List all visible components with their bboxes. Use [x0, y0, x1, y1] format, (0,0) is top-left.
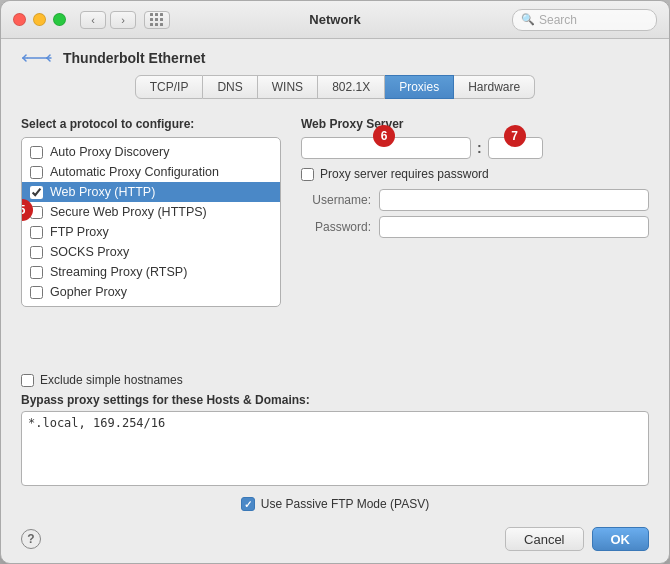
- help-button[interactable]: ?: [21, 529, 41, 549]
- tab-dns[interactable]: DNS: [203, 75, 257, 99]
- colon-separator: :: [477, 140, 482, 156]
- passive-ftp-label: Use Passive FTP Mode (PASV): [261, 497, 429, 511]
- username-input[interactable]: [379, 189, 649, 211]
- streaming-checkbox[interactable]: [30, 266, 43, 279]
- network-window: ‹ › Network 🔍 Search: [0, 0, 670, 564]
- search-placeholder: Search: [539, 13, 577, 27]
- exclude-hostnames-checkbox[interactable]: [21, 374, 34, 387]
- tab-hardware[interactable]: Hardware: [454, 75, 535, 99]
- ftp-checkbox[interactable]: [30, 226, 43, 239]
- socks-checkbox[interactable]: [30, 246, 43, 259]
- web-proxy-label: Web Proxy (HTTP): [50, 185, 155, 199]
- minimize-button[interactable]: [33, 13, 46, 26]
- back-arrow[interactable]: [21, 49, 53, 67]
- auto-discovery-label: Auto Proxy Discovery: [50, 145, 169, 159]
- footer: ? Cancel OK: [1, 519, 669, 563]
- protocol-item-auto-config[interactable]: Automatic Proxy Configuration: [22, 162, 280, 182]
- back-nav-button[interactable]: ‹: [80, 11, 106, 29]
- protocol-item-web-proxy[interactable]: Web Proxy (HTTP): [22, 182, 280, 202]
- search-box[interactable]: 🔍 Search: [512, 9, 657, 31]
- gopher-label: Gopher Proxy: [50, 285, 127, 299]
- auto-config-checkbox[interactable]: [30, 166, 43, 179]
- web-proxy-checkbox[interactable]: [30, 186, 43, 199]
- grid-icon: [150, 13, 164, 27]
- web-proxy-server-label: Web Proxy Server: [301, 117, 649, 131]
- proxy-requires-password-label: Proxy server requires password: [320, 167, 489, 181]
- tab-proxies[interactable]: Proxies: [385, 75, 454, 99]
- passive-ftp-row: Use Passive FTP Mode (PASV): [21, 497, 649, 511]
- left-column: Select a protocol to configure: 5 Auto P…: [21, 117, 281, 307]
- auto-config-label: Automatic Proxy Configuration: [50, 165, 219, 179]
- secure-web-label: Secure Web Proxy (HTTPS): [50, 205, 207, 219]
- streaming-label: Streaming Proxy (RTSP): [50, 265, 187, 279]
- passive-ftp-checkbox[interactable]: [241, 497, 255, 511]
- protocol-section-label: Select a protocol to configure:: [21, 117, 281, 131]
- username-row: Username:: [301, 189, 649, 211]
- bypass-textarea[interactable]: [21, 411, 649, 486]
- cancel-button[interactable]: Cancel: [505, 527, 583, 551]
- network-header: Thunderbolt Ethernet: [1, 39, 669, 75]
- exclude-hostnames-label: Exclude simple hostnames: [40, 373, 183, 387]
- bypass-label: Bypass proxy settings for these Hosts & …: [21, 393, 649, 407]
- username-label: Username:: [301, 193, 371, 207]
- protocol-item-gopher[interactable]: Gopher Proxy: [22, 282, 280, 302]
- proxy-server-section: Web Proxy Server 6 : 7: [301, 117, 649, 159]
- protocol-item-secure-web[interactable]: Secure Web Proxy (HTTPS): [22, 202, 280, 222]
- ftp-label: FTP Proxy: [50, 225, 109, 239]
- auto-discovery-checkbox[interactable]: [30, 146, 43, 159]
- password-section: Proxy server requires password Username:…: [301, 167, 649, 238]
- forward-nav-button[interactable]: ›: [110, 11, 136, 29]
- network-name: Thunderbolt Ethernet: [63, 50, 205, 66]
- tab-8021x[interactable]: 802.1X: [318, 75, 385, 99]
- traffic-lights: [13, 13, 66, 26]
- protocol-list: 5 Auto Proxy Discovery Automatic Proxy C…: [21, 137, 281, 307]
- main-panel: Select a protocol to configure: 5 Auto P…: [1, 107, 669, 373]
- search-icon: 🔍: [521, 13, 535, 26]
- badge-7: 7: [504, 125, 526, 147]
- maximize-button[interactable]: [53, 13, 66, 26]
- protocol-item-streaming[interactable]: Streaming Proxy (RTSP): [22, 262, 280, 282]
- title-bar: ‹ › Network 🔍 Search: [1, 1, 669, 39]
- tab-wins[interactable]: WINS: [258, 75, 318, 99]
- password-row: Password:: [301, 216, 649, 238]
- tabs-bar: TCP/IP DNS WINS 802.1X Proxies Hardware: [1, 75, 669, 107]
- protocol-item-auto-discovery[interactable]: Auto Proxy Discovery: [22, 142, 280, 162]
- two-column-layout: Select a protocol to configure: 5 Auto P…: [21, 117, 649, 307]
- password-label: Password:: [301, 220, 371, 234]
- password-input[interactable]: [379, 216, 649, 238]
- proxy-server-row: 6 : 7: [301, 137, 649, 159]
- protocol-item-socks[interactable]: SOCKS Proxy: [22, 242, 280, 262]
- nav-buttons: ‹ ›: [80, 11, 136, 29]
- close-button[interactable]: [13, 13, 26, 26]
- right-column: Web Proxy Server 6 : 7: [301, 117, 649, 307]
- tab-tcpip[interactable]: TCP/IP: [135, 75, 204, 99]
- socks-label: SOCKS Proxy: [50, 245, 129, 259]
- bottom-section: Exclude simple hostnames Bypass proxy se…: [1, 373, 669, 519]
- grid-button[interactable]: [144, 11, 170, 29]
- proxy-requires-password-row: Proxy server requires password: [301, 167, 649, 181]
- ok-button[interactable]: OK: [592, 527, 650, 551]
- protocol-item-ftp[interactable]: FTP Proxy: [22, 222, 280, 242]
- footer-buttons: Cancel OK: [505, 527, 649, 551]
- exclude-hostnames-row: Exclude simple hostnames: [21, 373, 649, 387]
- proxy-requires-password-checkbox[interactable]: [301, 168, 314, 181]
- window-title: Network: [309, 12, 360, 27]
- badge-6: 6: [373, 125, 395, 147]
- gopher-checkbox[interactable]: [30, 286, 43, 299]
